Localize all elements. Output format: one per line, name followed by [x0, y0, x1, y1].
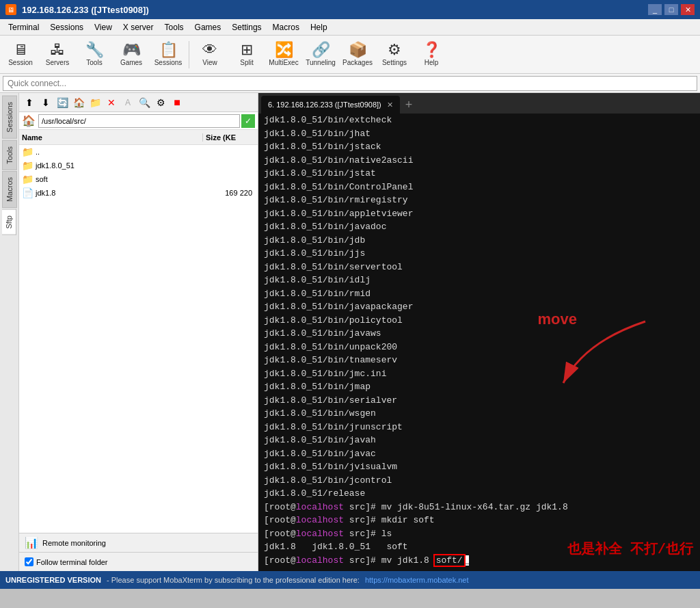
- file-row[interactable]: 📁 ..: [19, 145, 258, 159]
- file-newfolder-btn[interactable]: 📁: [88, 95, 103, 110]
- terminal-tab-active[interactable]: 6. 192.168.126.233 ([JTtest0908]) ✕: [261, 96, 400, 114]
- terminal-line: jdk1.8.0_51/bin/javah: [264, 434, 695, 447]
- multiexec-icon: 🔀: [275, 42, 293, 57]
- minimize-button[interactable]: _: [648, 4, 662, 15]
- close-button[interactable]: ✕: [681, 4, 695, 15]
- terminal-area: 6. 192.168.126.233 ([JTtest0908]) ✕ + jd…: [258, 93, 700, 571]
- status-bar: UNREGISTERED VERSION - Please support Mo…: [0, 571, 700, 589]
- maximize-button[interactable]: □: [664, 4, 678, 15]
- toolbar-btn-games[interactable]: 🎮Games: [113, 38, 149, 72]
- toolbar-btn-split[interactable]: ⊞Split: [229, 38, 265, 72]
- menu-item-x server[interactable]: X server: [118, 19, 159, 35]
- terminal-line: jdk1.8.0_51/bin/jmc.ini: [264, 367, 695, 381]
- toolbar-btn-view[interactable]: 👁View: [192, 38, 228, 72]
- tab-close-icon[interactable]: ✕: [387, 101, 393, 109]
- toolbar-btn-packages[interactable]: 📦Packages: [340, 38, 375, 72]
- toolbar-btn-help[interactable]: ❓Help: [414, 38, 449, 72]
- help-label: Help: [425, 59, 439, 66]
- terminal-line: jdk1.8.0_51/bin/jjs: [264, 247, 695, 261]
- toolbar-btn-multiexec[interactable]: 🔀MultiExec: [266, 38, 301, 72]
- toolbar-btn-settings[interactable]: ⚙Settings: [377, 38, 412, 72]
- file-download-btn[interactable]: ⬇: [38, 95, 53, 110]
- terminal-line: jdk1.8.0_51/bin/jvisualvm: [264, 460, 695, 474]
- menu-item-settings[interactable]: Settings: [226, 19, 267, 35]
- terminal-content[interactable]: jdk1.8.0_51/bin/extcheckjdk1.8.0_51/bin/…: [258, 114, 700, 571]
- terminal-line: jdk1.8.0_51/bin/javadoc: [264, 220, 695, 234]
- toolbar-btn-sessions2[interactable]: 📋Sessions: [150, 38, 186, 72]
- left-sidebar: Sessions Tools Macros Sftp: [0, 93, 19, 571]
- terminal-line: jdk1.8.0_51/bin/jhat: [264, 127, 695, 141]
- toolbar-btn-tunneling[interactable]: 🔗Tunneling: [303, 38, 338, 72]
- follow-terminal-checkbox-area[interactable]: Follow terminal folder: [25, 557, 108, 566]
- games-icon: 🎮: [122, 42, 141, 57]
- file-size: 169 220: [200, 189, 255, 197]
- window-title: 192.168.126.233 ([JTtest0908]): [22, 5, 149, 15]
- menu-item-help[interactable]: Help: [305, 19, 333, 35]
- terminal-line: jdk1.8.0_51/bin/idlj: [264, 274, 695, 287]
- tab-add-button[interactable]: +: [401, 96, 417, 114]
- file-list-header: Name Size (KE: [19, 130, 258, 145]
- toolbar-btn-tools[interactable]: 🔧Tools: [77, 38, 112, 72]
- terminal-line: jdk1.8.0_51/bin/unpack200: [264, 341, 695, 354]
- terminal-line: jdk1.8.0_51/bin/javac: [264, 447, 695, 461]
- file-icon: 📁: [22, 146, 34, 157]
- menu-item-view[interactable]: View: [89, 19, 118, 35]
- terminal-line: jdk1.8.0_51/bin/policytool: [264, 314, 695, 328]
- toolbar-btn-session[interactable]: 🖥Session: [3, 38, 38, 72]
- terminal-line: jdk1.8.0_51/bin/jmap: [264, 380, 695, 394]
- remote-monitoring-label[interactable]: Remote monitoring: [42, 539, 106, 547]
- terminal-line: jdk1.8.0_51/bin/serialver: [264, 394, 695, 408]
- file-row[interactable]: 📄 jdk1.8 169 220: [19, 186, 258, 200]
- quick-connect-input[interactable]: [3, 76, 697, 91]
- sidebar-tab-tools[interactable]: Tools: [2, 140, 17, 170]
- view-label: View: [202, 59, 217, 66]
- file-stop-btn[interactable]: ■: [170, 95, 185, 110]
- file-delete-btn[interactable]: ✕: [104, 95, 119, 110]
- file-list: 📁 .. 📁 jdk1.8.0_51 📁 soft 📄 jdk1.8 169 2…: [19, 145, 258, 339]
- terminal-line: jdk1.8.0_51/bin/jrunscript: [264, 421, 695, 434]
- file-settings-btn[interactable]: ⚙: [153, 95, 168, 110]
- sidebar-tab-sessions[interactable]: Sessions: [2, 96, 17, 139]
- file-refresh-btn[interactable]: 🔄: [55, 95, 70, 110]
- servers-icon: 🖧: [50, 42, 65, 57]
- settings-icon: ⚙: [388, 42, 401, 57]
- window-controls: _ □ ✕: [648, 4, 695, 15]
- terminal-line: jdk1.8.0_51/bin/rmiregistry: [264, 194, 695, 207]
- status-link[interactable]: https://mobaxterm.mobatek.net: [365, 576, 469, 584]
- follow-terminal-label: Follow terminal folder: [36, 558, 108, 566]
- menu-item-macros[interactable]: Macros: [267, 19, 305, 35]
- path-ok-button[interactable]: ✓: [241, 114, 255, 128]
- menu-item-terminal[interactable]: Terminal: [3, 19, 44, 35]
- quick-connect-bar: [0, 74, 700, 93]
- file-name: jdk1.8: [34, 189, 200, 197]
- terminal-command-line: [root@localhost src]# mkdir soft: [264, 514, 695, 527]
- terminal-command-line: [root@localhost src]# mv jdk1.8 soft/_: [264, 554, 695, 568]
- status-text: - Please support MobaXterm by subscribin…: [107, 576, 360, 584]
- follow-terminal-checkbox[interactable]: [25, 557, 33, 566]
- file-home-btn[interactable]: 🏠: [71, 95, 86, 110]
- terminal-line: jdk1.8.0_51/release: [264, 487, 695, 501]
- terminal-line: jdk1.8.0_51/bin/javaws: [264, 327, 695, 341]
- path-input[interactable]: [38, 114, 240, 128]
- terminal-line: jdk1.8.0_51/bin/servertool: [264, 261, 695, 274]
- sidebar-tab-macros[interactable]: Macros: [2, 171, 17, 208]
- menu-item-tools[interactable]: Tools: [159, 19, 189, 35]
- split-label: Split: [240, 59, 253, 66]
- terminal-line: jdk1.8.0_51/bin/native2ascii: [264, 154, 695, 168]
- sidebar-tab-sftp[interactable]: Sftp: [2, 209, 16, 235]
- menu-item-sessions[interactable]: Sessions: [44, 19, 89, 35]
- menu-bar: TerminalSessionsViewX serverToolsGamesSe…: [0, 19, 700, 36]
- file-row[interactable]: 📁 soft: [19, 172, 258, 186]
- file-name: soft: [34, 175, 200, 183]
- file-upload-btn[interactable]: ⬆: [22, 95, 37, 110]
- terminal-line: jdk1.8.0_51/bin/jcontrol: [264, 474, 695, 488]
- terminal-line: jdk1.8.0_51/bin/appletviewer: [264, 207, 695, 221]
- menu-item-games[interactable]: Games: [189, 19, 227, 35]
- terminal-command-line: [root@localhost src]# mv jdk-8u51-linux-…: [264, 501, 695, 514]
- file-rename-btn[interactable]: A: [120, 95, 135, 110]
- toolbar-btn-servers[interactable]: 🖧Servers: [40, 38, 75, 72]
- file-properties-btn[interactable]: 🔍: [137, 95, 152, 110]
- multiexec-label: MultiExec: [269, 59, 298, 66]
- follow-terminal-bar: Follow terminal folder: [19, 552, 258, 571]
- file-row[interactable]: 📁 jdk1.8.0_51: [19, 159, 258, 172]
